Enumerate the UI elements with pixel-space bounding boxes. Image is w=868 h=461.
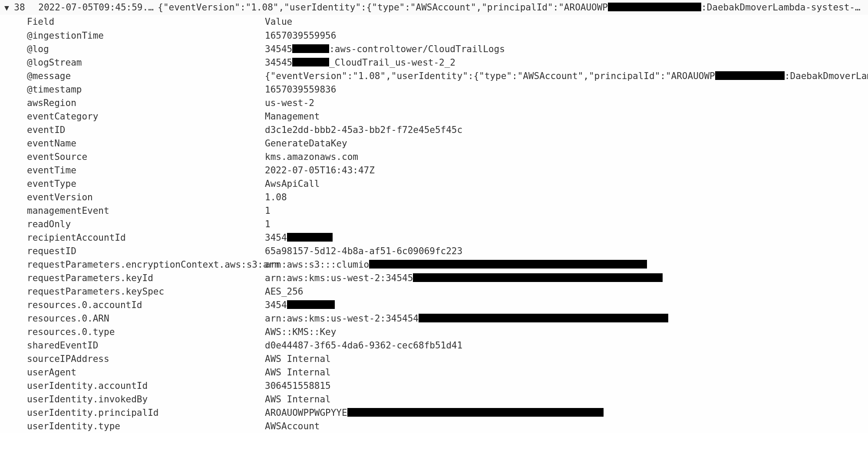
field-value: arn:aws:s3:::clumio [265, 259, 647, 270]
detail-row: readOnly 1 [27, 217, 868, 231]
detail-row: @logStream 34545_CloudTrail_us-west-2_2 [27, 56, 868, 69]
field-name: eventTime [27, 165, 265, 176]
detail-row: @ingestionTime 1657039559956 [27, 29, 868, 42]
detail-row: userIdentity.accountId 306451558815 [27, 379, 868, 392]
detail-row: sourceIPAddress AWS Internal [27, 352, 868, 365]
field-name: requestParameters.keyId [27, 273, 265, 283]
detail-row: requestParameters.encryptionContext.aws:… [27, 258, 868, 271]
redacted-value [413, 273, 663, 282]
field-name: resources.0.type [27, 327, 265, 337]
redacted-value [287, 233, 333, 242]
detail-row: sharedEventID d0e44487-3f65-4da6-9362-ce… [27, 338, 868, 352]
log-timestamp: 2022-07-05T09:45:59.… [38, 2, 158, 13]
field-value: AWSAccount [265, 421, 320, 431]
field-value: 306451558815 [265, 381, 331, 391]
field-value: arn:aws:kms:us-west-2:345454 [265, 313, 668, 324]
field-value: 2022-07-05T16:43:47Z [265, 165, 375, 176]
detail-row: recipientAccountId 3454 [27, 231, 868, 244]
field-value: 65a98157-5d12-4b8a-af51-6c09069fc223 [265, 246, 462, 256]
field-name: requestParameters.keySpec [27, 286, 265, 297]
value-column-header: Value [265, 17, 292, 27]
field-value: AWS Internal [265, 367, 331, 378]
detail-row: eventType AwsApiCall [27, 177, 868, 190]
detail-row: managementEvent 1 [27, 204, 868, 217]
redacted-value [419, 314, 668, 322]
field-name: userIdentity.principalId [27, 408, 265, 418]
log-details: Field Value @ingestionTime 1657039559956… [0, 15, 868, 433]
field-value: AROAUOWPPWGPYYE [265, 408, 604, 418]
expand-toggle-icon[interactable]: ▼ [4, 3, 14, 12]
detail-row: userIdentity.principalId AROAUOWPPWGPYYE [27, 406, 868, 419]
field-value: AWS::KMS::Key [265, 327, 336, 337]
field-value: d0e44487-3f65-4da6-9362-cec68fb51d41 [265, 340, 462, 351]
log-entry-header[interactable]: ▼ 38 2022-07-05T09:45:59.… {"eventVersio… [0, 0, 868, 15]
field-value: AWS Internal [265, 394, 331, 405]
field-name: managementEvent [27, 206, 265, 216]
redacted-value [608, 3, 701, 11]
field-name: eventType [27, 179, 265, 189]
detail-row: @log 34545:aws-controltower/CloudTrailLo… [27, 42, 868, 56]
field-value: AwsApiCall [265, 179, 320, 189]
field-value: 3454 [265, 232, 333, 243]
log-message-preview: {"eventVersion":"1.08","userIdentity":{"… [158, 2, 864, 13]
field-value: AES_256 [265, 286, 304, 297]
detail-row: resources.0.type AWS::KMS::Key [27, 325, 868, 338]
field-name: eventSource [27, 152, 265, 162]
field-name: eventName [27, 138, 265, 149]
field-name: requestID [27, 246, 265, 256]
redacted-value [715, 71, 785, 80]
field-value: 3454 [265, 300, 335, 310]
detail-row: userAgent AWS Internal [27, 365, 868, 379]
redacted-value [287, 300, 335, 309]
field-name: @logStream [27, 57, 265, 68]
detail-row: eventName GenerateDataKey [27, 136, 868, 150]
detail-row: eventTime 2022-07-05T16:43:47Z [27, 163, 868, 177]
field-value: Management [265, 111, 320, 122]
field-value: 34545:aws-controltower/CloudTrailLogs [265, 44, 505, 54]
field-name: resources.0.accountId [27, 300, 265, 310]
redacted-value [347, 408, 604, 417]
detail-row: userIdentity.invokedBy AWS Internal [27, 392, 868, 406]
detail-row: requestParameters.keyId arn:aws:kms:us-w… [27, 271, 868, 285]
field-value: 1657039559836 [265, 84, 336, 95]
field-value: 1.08 [265, 192, 287, 202]
field-value: GenerateDataKey [265, 138, 347, 149]
detail-row: resources.0.ARN arn:aws:kms:us-west-2:34… [27, 312, 868, 325]
field-name: awsRegion [27, 98, 265, 108]
detail-row: eventSource kms.amazonaws.com [27, 150, 868, 163]
detail-row: @timestamp 1657039559836 [27, 83, 868, 96]
field-name: resources.0.ARN [27, 313, 265, 324]
detail-row: resources.0.accountId 3454 [27, 298, 868, 312]
field-value: 1 [265, 219, 271, 229]
field-name: @timestamp [27, 84, 265, 95]
redacted-value [292, 58, 329, 66]
field-name: eventVersion [27, 192, 265, 202]
field-name: @log [27, 44, 265, 54]
detail-row: eventID d3c1e2dd-bbb2-45a3-bb2f-f72e45e5… [27, 123, 868, 136]
field-value: us-west-2 [265, 98, 314, 108]
field-name: userIdentity.type [27, 421, 265, 431]
detail-column-headers: Field Value [27, 15, 868, 29]
field-name: @message [27, 71, 265, 81]
row-number: 38 [14, 2, 38, 13]
detail-row: userIdentity.type AWSAccount [27, 419, 868, 433]
field-name: eventID [27, 125, 265, 135]
redacted-value [292, 44, 329, 53]
field-name: userAgent [27, 367, 265, 378]
detail-row: awsRegion us-west-2 [27, 96, 868, 109]
field-value: 1 [265, 206, 271, 216]
field-name: recipientAccountId [27, 232, 265, 243]
field-value: d3c1e2dd-bbb2-45a3-bb2f-f72e45e5f45c [265, 125, 462, 135]
field-value: kms.amazonaws.com [265, 152, 358, 162]
detail-row: eventVersion 1.08 [27, 190, 868, 204]
field-value: {"eventVersion":"1.08","userIdentity":{"… [265, 71, 868, 81]
field-column-header: Field [27, 17, 265, 27]
field-name: @ingestionTime [27, 30, 265, 41]
field-name: sourceIPAddress [27, 354, 265, 364]
detail-row: requestID 65a98157-5d12-4b8a-af51-6c0906… [27, 244, 868, 258]
detail-row: @message {"eventVersion":"1.08","userIde… [27, 69, 868, 83]
field-name: userIdentity.accountId [27, 381, 265, 391]
field-name: readOnly [27, 219, 265, 229]
detail-row: requestParameters.keySpec AES_256 [27, 285, 868, 298]
field-value: 1657039559956 [265, 30, 336, 41]
